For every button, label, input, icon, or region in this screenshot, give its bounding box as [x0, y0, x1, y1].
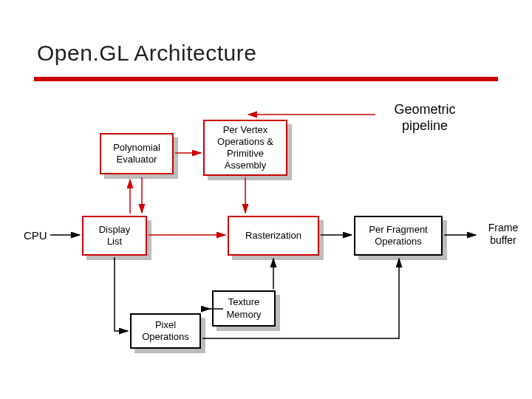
box-rasterization: Rasterization — [228, 216, 319, 256]
box-display-list: DisplayList — [82, 216, 147, 256]
title-underline — [34, 77, 498, 81]
box-per-vertex: Per VertexOperations &PrimitiveAssembly — [203, 120, 287, 176]
box-texture-memory: TextureMemory — [212, 290, 276, 327]
label-cpu: CPU — [24, 229, 47, 242]
label-frame-buffer: Framebuffer — [479, 222, 528, 247]
box-pixel-operations: PixelOperations — [130, 313, 201, 349]
page-title: Open.GL Architecture — [37, 41, 256, 66]
label-geometric-pipeline: Geometricpipeline — [377, 102, 473, 134]
box-polynomial-evaluator: PolynomialEvaluator — [100, 133, 174, 174]
box-per-fragment: Per FragmentOperations — [354, 216, 443, 256]
